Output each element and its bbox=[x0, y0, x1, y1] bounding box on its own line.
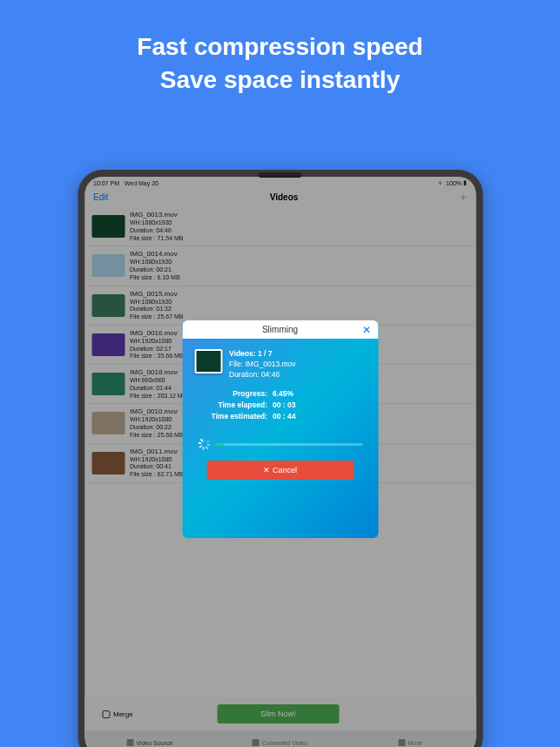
dialog-body: Videos: 1 / 7 File: IMG_0013.mov Duratio… bbox=[182, 339, 378, 490]
ipad-screen: 10:07 PM Wed May 20 ᯤ 100% ▮ Edit Videos… bbox=[84, 177, 476, 747]
dialog-thumbnail bbox=[194, 349, 222, 374]
file-value: IMG_0013.mov bbox=[245, 360, 295, 368]
cancel-button[interactable]: ✕ Cancel bbox=[206, 461, 354, 480]
elapsed-label: Time elapsed: bbox=[194, 400, 273, 409]
progress-row bbox=[194, 438, 366, 450]
dialog-header: Slimming ✕ bbox=[182, 320, 378, 339]
modal-overlay: Slimming ✕ Videos: 1 / 7 File: IMG_0013.… bbox=[84, 177, 476, 747]
file-label: File: bbox=[229, 360, 243, 368]
ipad-frame: 10:07 PM Wed May 20 ᯤ 100% ▮ Edit Videos… bbox=[78, 170, 482, 747]
videos-value: 1 / 7 bbox=[258, 349, 273, 358]
headline-line1: Fast compression speed bbox=[0, 30, 560, 64]
cancel-x-icon: ✕ bbox=[263, 466, 270, 474]
dialog-title: Slimming bbox=[262, 325, 298, 334]
duration-label: Duration: bbox=[229, 370, 260, 379]
progress-value: 6.45% bbox=[273, 389, 293, 398]
elapsed-value: 00 : 03 bbox=[273, 400, 295, 409]
dialog-stats: Progress:6.45% Time elapsed:00 : 03 Time… bbox=[194, 389, 366, 421]
videos-label: Videos: bbox=[229, 349, 256, 358]
progress-fill bbox=[215, 443, 225, 446]
progress-bar bbox=[215, 443, 362, 446]
dialog-info: Videos: 1 / 7 File: IMG_0013.mov Duratio… bbox=[194, 349, 366, 380]
close-icon[interactable]: ✕ bbox=[362, 324, 371, 336]
headline-line2: Save space instantly bbox=[0, 64, 560, 97]
dialog-info-text: Videos: 1 / 7 File: IMG_0013.mov Duratio… bbox=[229, 349, 296, 380]
duration-value: 04:46 bbox=[261, 370, 280, 379]
spinner-icon bbox=[198, 438, 210, 450]
progress-label: Progress: bbox=[194, 389, 273, 398]
cancel-label: Cancel bbox=[273, 466, 297, 474]
slimming-dialog: Slimming ✕ Videos: 1 / 7 File: IMG_0013.… bbox=[182, 320, 378, 538]
headline: Fast compression speed Save space instan… bbox=[0, 30, 560, 97]
estimated-value: 00 : 44 bbox=[273, 412, 295, 421]
estimated-label: Time estimated: bbox=[194, 412, 273, 421]
